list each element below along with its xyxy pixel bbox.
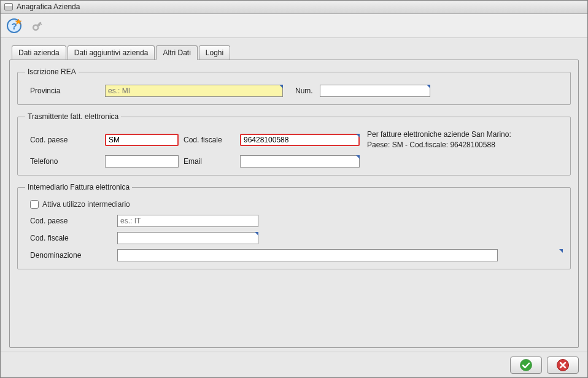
fieldset-iscrizione-rea: Iscrizione REA Provincia Num. bbox=[17, 68, 571, 105]
content-area: Dati azienda Dati aggiuntivi azienda Alt… bbox=[1, 38, 587, 352]
label-cod-paese: Cod. paese bbox=[25, 136, 105, 144]
label-denominazione: Denominazione bbox=[25, 251, 117, 260]
input-denominazione[interactable] bbox=[117, 249, 498, 261]
toolbar: ? bbox=[1, 14, 587, 39]
fieldset-trasmittente: Trasmittente fatt. elettronica Cod. paes… bbox=[17, 112, 571, 176]
tabstrip: Dati azienda Dati aggiuntivi azienda Alt… bbox=[9, 45, 579, 60]
legend-trasmittente: Trasmittente fatt. elettronica bbox=[25, 112, 121, 121]
label-int-cod-paese: Cod. paese bbox=[25, 217, 117, 225]
key-button[interactable] bbox=[29, 17, 46, 34]
legend-rea: Iscrizione REA bbox=[25, 68, 79, 76]
tab-dati-azienda[interactable]: Dati azienda bbox=[12, 45, 66, 60]
tab-panel-altri-dati: Iscrizione REA Provincia Num. Trasmitten… bbox=[9, 60, 579, 348]
ok-button[interactable] bbox=[510, 357, 542, 374]
label-cod-fiscale: Cod. fiscale bbox=[179, 136, 240, 144]
fieldset-intermediario: Intemediario Fattura elettronica Attiva … bbox=[17, 183, 571, 269]
input-int-cod-paese[interactable] bbox=[117, 215, 258, 227]
tab-dati-aggiuntivi[interactable]: Dati aggiuntivi azienda bbox=[68, 45, 155, 60]
hint-line1: Per fatture elettroniche aziende San Mar… bbox=[367, 129, 563, 140]
checkbox-attiva-intermediario[interactable] bbox=[30, 200, 39, 209]
input-provincia[interactable] bbox=[105, 85, 283, 97]
help-star-button[interactable]: ? bbox=[6, 17, 23, 34]
label-telefono: Telefono bbox=[25, 157, 105, 166]
hint-line2: Paese: SM - Cod.fiscale: 96428100588 bbox=[367, 140, 563, 150]
window-icon bbox=[4, 3, 13, 10]
label-email: Email bbox=[179, 157, 240, 166]
label-attiva-intermediario: Attiva utilizzo intermediario bbox=[42, 200, 130, 209]
legend-intermediario: Intemediario Fattura elettronica bbox=[25, 183, 132, 191]
input-email[interactable] bbox=[240, 155, 360, 168]
titlebar: Anagrafica Azienda bbox=[1, 1, 587, 14]
label-int-cod-fiscale: Cod. fiscale bbox=[25, 234, 117, 242]
footer bbox=[1, 352, 587, 377]
input-telefono[interactable] bbox=[105, 155, 179, 168]
label-provincia: Provincia bbox=[25, 87, 105, 95]
window-title: Anagrafica Azienda bbox=[17, 2, 80, 11]
input-cod-fiscale[interactable] bbox=[240, 134, 360, 146]
label-num: Num. bbox=[283, 87, 320, 95]
tab-loghi[interactable]: Loghi bbox=[199, 45, 230, 60]
hint-san-marino: Per fatture elettroniche aziende San Mar… bbox=[360, 129, 563, 150]
svg-text:?: ? bbox=[11, 21, 17, 31]
input-int-cod-fiscale[interactable] bbox=[117, 232, 258, 244]
dialog-window: Anagrafica Azienda ? Dati azienda bbox=[0, 0, 588, 378]
input-num[interactable] bbox=[320, 85, 430, 97]
cancel-button[interactable] bbox=[547, 357, 579, 374]
tab-altri-dati[interactable]: Altri Dati bbox=[156, 45, 197, 60]
input-cod-paese[interactable] bbox=[105, 134, 179, 146]
